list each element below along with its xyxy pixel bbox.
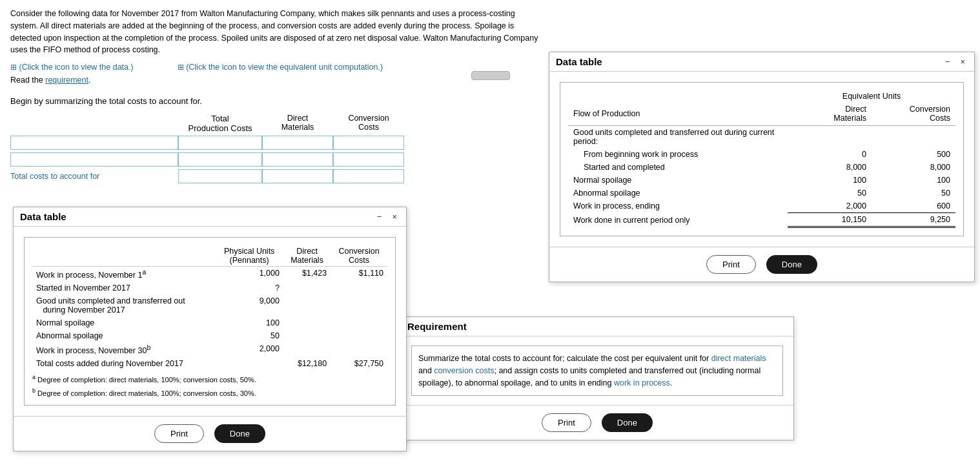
req-text: Summarize the total costs to account for… bbox=[418, 354, 766, 387]
from-beginning-conversion: 500 bbox=[872, 148, 955, 161]
row6-units: 2,000 bbox=[215, 342, 283, 357]
row7-direct: $12,180 bbox=[283, 357, 331, 370]
total-costs-label: Total costs to account for bbox=[10, 172, 178, 181]
cost-row-2 bbox=[10, 152, 417, 167]
scroll-handle[interactable] bbox=[471, 71, 510, 80]
left-popup-titlebar: Data table − × bbox=[14, 207, 406, 227]
grid-icon-1: ⊞ bbox=[10, 63, 17, 72]
right-data-table-popup: Data table − × Equivalent Units Flow of … bbox=[549, 52, 975, 282]
table-row: Total costs added during November 2017 $… bbox=[32, 357, 387, 370]
wip-ending-label: Work in process, ending bbox=[568, 200, 788, 213]
footnote-b: b Degree of completion: direct materials… bbox=[32, 387, 387, 397]
left-data-table-popup: Data table − × Physical Units(Pennants) … bbox=[13, 207, 407, 451]
table-row: Abnormal spoilage 50 bbox=[32, 329, 387, 342]
cost-total-input-1[interactable] bbox=[178, 136, 262, 150]
row2-conversion bbox=[331, 282, 387, 294]
left-inner-table: Physical Units(Pennants) DirectMaterials… bbox=[24, 237, 396, 406]
link2-text: (Click the icon to view the equivalent u… bbox=[186, 63, 383, 72]
row7-units bbox=[215, 357, 283, 370]
from-beginning-label: From beginning work in process bbox=[568, 148, 788, 161]
row5-direct bbox=[283, 329, 331, 342]
left-th-direct: DirectMaterials bbox=[283, 245, 331, 267]
cost-conversion-input-1[interactable] bbox=[333, 136, 404, 150]
total-costs-row: Total costs to account for bbox=[10, 169, 417, 183]
row3-direct bbox=[283, 294, 331, 316]
total-costs-total-input[interactable] bbox=[178, 169, 262, 183]
left-th-units: Physical Units(Pennants) bbox=[215, 245, 283, 267]
cost-conversion-input-2[interactable] bbox=[333, 152, 404, 167]
row1-label: Work in process, November 1a bbox=[32, 267, 215, 282]
left-print-btn[interactable]: Print bbox=[154, 424, 204, 443]
total-label: Total bbox=[178, 114, 262, 123]
good-units-conversion bbox=[872, 126, 955, 149]
total-costs-direct-input[interactable] bbox=[262, 169, 333, 183]
equiv-units-label: Equivalent Units bbox=[788, 90, 955, 103]
req-done-btn[interactable]: Done bbox=[602, 413, 653, 432]
req-popup-title: Requirement bbox=[407, 321, 467, 332]
table-row: Good units completed and transferred out… bbox=[32, 294, 387, 316]
direct-label: Direct bbox=[262, 114, 333, 123]
cost-total-input-2[interactable] bbox=[178, 152, 262, 167]
row6-conversion bbox=[331, 342, 387, 357]
right-minimize-btn[interactable]: − bbox=[943, 57, 953, 67]
table-row: Normal spoilage 100 bbox=[32, 316, 387, 329]
table-row: Good units completed and transferred out… bbox=[568, 126, 955, 149]
col-direct-header: Direct Materials bbox=[262, 114, 333, 133]
row4-label: Normal spoilage bbox=[32, 316, 215, 329]
right-close-btn[interactable]: × bbox=[957, 57, 968, 67]
left-minimize-btn[interactable]: − bbox=[374, 212, 385, 222]
started-completed-conversion: 8,000 bbox=[872, 161, 955, 174]
row1-units: 1,000 bbox=[215, 267, 283, 282]
row3-label: Good units completed and transferred out… bbox=[32, 294, 215, 316]
left-close-btn[interactable]: × bbox=[389, 212, 400, 222]
from-beginning-direct: 0 bbox=[788, 148, 872, 161]
right-print-btn[interactable]: Print bbox=[706, 255, 756, 274]
cost-table-area: Total Production Costs Direct Materials … bbox=[10, 114, 417, 183]
row2-units: ? bbox=[215, 282, 283, 294]
left-done-btn[interactable]: Done bbox=[214, 424, 265, 443]
work-done-label: Work done in current period only bbox=[568, 213, 788, 227]
cost-direct-input-1[interactable] bbox=[262, 136, 333, 150]
table-row: Work in process, ending 2,000 600 bbox=[568, 200, 955, 213]
footnote-a: a Degree of completion: direct materials… bbox=[32, 374, 387, 384]
row5-label: Abnormal spoilage bbox=[32, 329, 215, 342]
left-popup-body: Physical Units(Pennants) DirectMaterials… bbox=[14, 227, 406, 416]
intro-paragraph: Consider the following data for November… bbox=[10, 8, 540, 56]
data-icon-link[interactable]: ⊞ (Click the icon to view the data.) bbox=[10, 63, 134, 72]
right-popup-footer: Print Done bbox=[549, 247, 974, 282]
left-data-table: Physical Units(Pennants) DirectMaterials… bbox=[32, 245, 387, 370]
req-text-box: Summarize the total costs to account for… bbox=[411, 345, 783, 396]
good-units-direct bbox=[788, 126, 872, 149]
total-costs-conversion-input[interactable] bbox=[333, 169, 404, 183]
req-popup-titlebar: Requirement bbox=[401, 317, 793, 336]
cost-table-header: Total Production Costs Direct Materials … bbox=[10, 114, 417, 133]
col-empty bbox=[10, 114, 178, 133]
work-done-direct: 10,150 bbox=[788, 213, 872, 227]
conversion-label: Conversion bbox=[333, 114, 404, 123]
row5-conversion bbox=[331, 329, 387, 342]
right-equiv-table: Equivalent Units Flow of Production Dire… bbox=[568, 90, 955, 228]
left-popup-footer: Print Done bbox=[14, 416, 406, 451]
row2-direct bbox=[283, 282, 331, 294]
right-header-top: Equivalent Units bbox=[568, 90, 955, 103]
table-row: Abnormal spoilage 50 50 bbox=[568, 187, 955, 200]
row4-units: 100 bbox=[215, 316, 283, 329]
cost-label-input-1[interactable] bbox=[10, 136, 178, 150]
right-done-btn[interactable]: Done bbox=[766, 255, 817, 274]
row1-direct: $1,423 bbox=[283, 267, 331, 282]
good-units-header-label: Good units completed and transferred out… bbox=[568, 126, 788, 149]
row7-conversion: $27,750 bbox=[331, 357, 387, 370]
requirement-link[interactable]: requirement bbox=[45, 76, 88, 85]
equiv-unit-icon-link[interactable]: ⊞ (Click the icon to view the equivalent… bbox=[178, 63, 383, 72]
costs-label: Costs bbox=[333, 123, 404, 132]
right-popup-title: Data table bbox=[556, 56, 602, 67]
requirement-popup: Requirement Summarize the total costs to… bbox=[400, 316, 794, 440]
grid-icon-2: ⊞ bbox=[178, 63, 184, 72]
link1-text: (Click the icon to view the data.) bbox=[19, 63, 133, 72]
cost-direct-input-2[interactable] bbox=[262, 152, 333, 167]
left-popup-controls: − × bbox=[374, 212, 400, 222]
right-th-empty bbox=[568, 90, 788, 103]
work-done-conversion: 9,250 bbox=[872, 213, 955, 227]
req-print-btn[interactable]: Print bbox=[542, 413, 591, 432]
cost-label-input-2[interactable] bbox=[10, 152, 178, 167]
